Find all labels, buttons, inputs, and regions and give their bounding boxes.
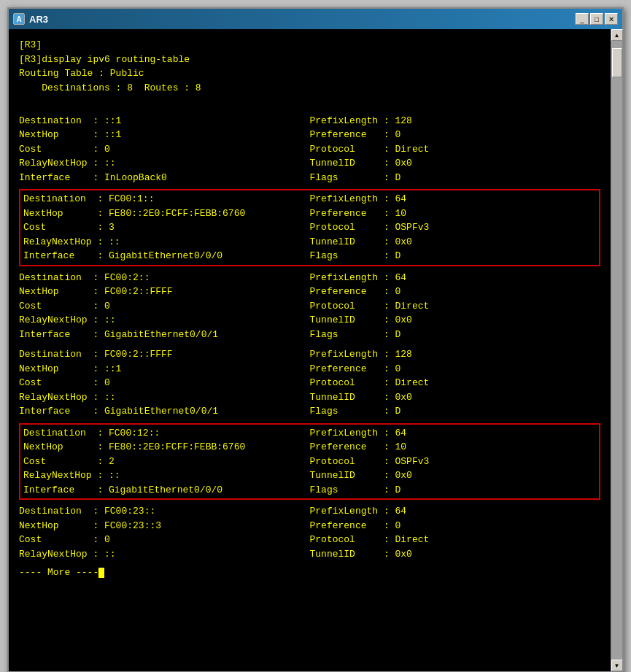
- route-row: Interface : GigabitEthernet0/0/0 Flags :…: [23, 249, 596, 263]
- more-text: ---- More ----: [19, 567, 98, 578]
- route-block-6: Destination : FC00:23:: PrefixLength : 6…: [19, 503, 600, 563]
- col-left: Destination : FC00:1::: [23, 192, 310, 206]
- col-left: Interface : GigabitEthernet0/0/1: [19, 328, 310, 342]
- terminal[interactable]: [R3] [R3]display ipv6 routing-table Rout…: [9, 29, 611, 671]
- scroll-track[interactable]: [611, 41, 622, 660]
- col-right: TunnelID : 0x0: [310, 390, 601, 405]
- col-left: NextHop : FE80::2E0:FCFF:FEBB:6760: [23, 440, 310, 455]
- col-right: Preference : 0: [310, 519, 601, 533]
- route-row: RelayNextHop : :: TunnelID : 0x0: [23, 235, 596, 250]
- route-row: Destination : FC00:23:: PrefixLength : 6…: [19, 504, 600, 519]
- col-left: Cost : 0: [19, 142, 310, 157]
- route-block-5-highlighted: Destination : FC00:12:: PrefixLength : 6…: [19, 423, 600, 501]
- route-row: Destination : ::1 PrefixLength : 128: [19, 114, 600, 128]
- line-routing-table: Routing Table : Public: [19, 66, 600, 81]
- scrollbar[interactable]: ▲ ▼: [611, 29, 622, 671]
- col-right: Protocol : OSPFv3: [310, 455, 597, 469]
- close-button[interactable]: ✕: [605, 13, 618, 25]
- minimize-button[interactable]: _: [576, 13, 589, 25]
- col-right: Flags : D: [310, 328, 601, 342]
- col-left: Cost : 0: [19, 376, 310, 390]
- route-row: RelayNextHop : :: TunnelID : 0x0: [19, 313, 600, 328]
- col-right: Protocol : Direct: [310, 142, 601, 157]
- col-right: Preference : 10: [310, 206, 597, 221]
- col-left: Cost : 0: [19, 299, 310, 314]
- route-row: RelayNextHop : :: TunnelID : 0x0: [23, 468, 596, 483]
- col-left: NextHop : FC00:23::3: [19, 519, 310, 533]
- col-left: Interface : GigabitEthernet0/0/0: [23, 249, 310, 263]
- col-right: Flags : D: [310, 404, 601, 419]
- col-right: Protocol : OSPFv3: [310, 220, 597, 235]
- scroll-up-button[interactable]: ▲: [611, 29, 623, 41]
- window: A AR3 _ □ ✕ [R3] [R3]display ipv6 routin…: [7, 7, 624, 672]
- route-row: RelayNextHop : :: TunnelID : 0x0: [19, 156, 600, 171]
- col-left: NextHop : ::1: [19, 362, 310, 376]
- col-left: Cost : 0: [19, 533, 310, 547]
- col-right: Preference : 0: [310, 362, 601, 376]
- col-left: RelayNextHop : ::: [19, 547, 310, 562]
- title-bar: A AR3 _ □ ✕: [9, 9, 622, 29]
- col-left: NextHop : FE80::2E0:FCFF:FEBB:6760: [23, 206, 310, 221]
- route-row: Destination : FC00:2::FFFF PrefixLength …: [19, 347, 600, 362]
- maximize-button[interactable]: □: [590, 13, 603, 25]
- route-row: NextHop : ::1 Preference : 0: [19, 362, 600, 376]
- col-left: Interface : GigabitEthernet0/0/1: [19, 404, 310, 419]
- col-left: Destination : FC00:2::: [19, 271, 310, 285]
- route-row: NextHop : ::1 Preference : 0: [19, 128, 600, 142]
- route-row: RelayNextHop : :: TunnelID : 0x0: [19, 547, 600, 562]
- route-block-1: Destination : ::1 PrefixLength : 128 Nex…: [19, 112, 600, 187]
- col-left: Destination : FC00:2::FFFF: [19, 347, 310, 362]
- col-left: RelayNextHop : ::: [23, 235, 310, 250]
- scroll-thumb[interactable]: [612, 48, 622, 77]
- line-destinations: Destinations : 8 Routes : 8: [19, 81, 600, 96]
- route-row: Cost : 3 Protocol : OSPFv3: [23, 220, 596, 235]
- route-block-2-highlighted: Destination : FC00:1:: PrefixLength : 64…: [19, 189, 600, 266]
- col-right: TunnelID : 0x0: [310, 468, 597, 483]
- window-title: AR3: [29, 14, 48, 25]
- route-block-4: Destination : FC00:2::FFFF PrefixLength …: [19, 346, 600, 420]
- col-right: PrefixLength : 64: [310, 426, 597, 441]
- col-right: TunnelID : 0x0: [310, 156, 601, 171]
- app-icon: A: [13, 13, 25, 25]
- col-right: TunnelID : 0x0: [310, 235, 597, 250]
- col-left: RelayNextHop : ::: [19, 156, 310, 171]
- col-left: RelayNextHop : ::: [19, 313, 310, 328]
- col-left: RelayNextHop : ::: [19, 390, 310, 405]
- cursor: [98, 568, 104, 578]
- route-block-3: Destination : FC00:2:: PrefixLength : 64…: [19, 269, 600, 344]
- route-row: Cost : 0 Protocol : Direct: [19, 533, 600, 547]
- col-left: Destination : FC00:12::: [23, 426, 310, 441]
- route-row: Cost : 0 Protocol : Direct: [19, 376, 600, 390]
- col-left: Interface : GigabitEthernet0/0/0: [23, 483, 310, 498]
- route-row: Cost : 0 Protocol : Direct: [19, 142, 600, 157]
- col-right: Preference : 10: [310, 440, 597, 455]
- col-left: Destination : ::1: [19, 114, 310, 128]
- col-right: Preference : 0: [310, 128, 601, 142]
- line-r3: [R3]: [19, 38, 600, 53]
- route-row: Cost : 2 Protocol : OSPFv3: [23, 455, 596, 469]
- col-right: PrefixLength : 128: [310, 347, 601, 362]
- title-bar-buttons: _ □ ✕: [576, 13, 618, 25]
- route-row: Interface : GigabitEthernet0/0/1 Flags :…: [19, 328, 600, 342]
- scroll-down-button[interactable]: ▼: [611, 660, 623, 671]
- col-left: Cost : 3: [23, 220, 310, 235]
- line-command: [R3]display ipv6 routing-table: [19, 53, 600, 67]
- col-right: PrefixLength : 64: [310, 192, 597, 206]
- route-row: Interface : GigabitEthernet0/0/1 Flags :…: [19, 404, 600, 419]
- route-row: Cost : 0 Protocol : Direct: [19, 299, 600, 314]
- col-right: TunnelID : 0x0: [310, 313, 601, 328]
- route-row: NextHop : FC00:2::FFFF Preference : 0: [19, 285, 600, 299]
- app-icon-text: A: [16, 15, 21, 23]
- col-right: Flags : D: [310, 171, 601, 185]
- col-right: Protocol : Direct: [310, 533, 601, 547]
- col-right: PrefixLength : 64: [310, 271, 601, 285]
- route-row: Interface : GigabitEthernet0/0/0 Flags :…: [23, 483, 596, 498]
- col-right: Flags : D: [310, 483, 597, 498]
- col-left: Cost : 2: [23, 455, 310, 469]
- col-right: PrefixLength : 128: [310, 114, 601, 128]
- col-right: TunnelID : 0x0: [310, 547, 601, 562]
- col-left: NextHop : FC00:2::FFFF: [19, 285, 310, 299]
- route-row: RelayNextHop : :: TunnelID : 0x0: [19, 390, 600, 405]
- more-line: ---- More ----: [19, 565, 600, 580]
- route-row: Destination : FC00:1:: PrefixLength : 64: [23, 192, 596, 206]
